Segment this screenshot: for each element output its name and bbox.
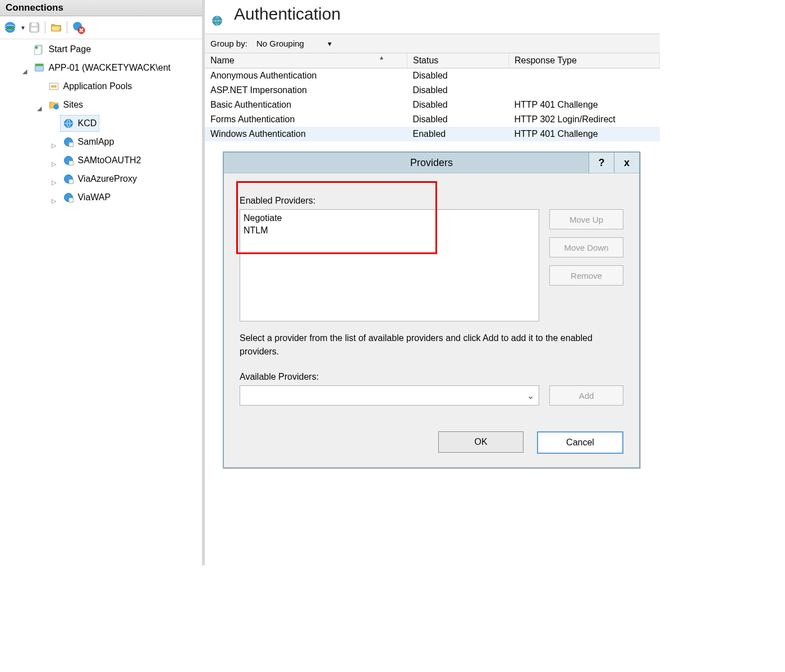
tree-site-samlapp[interactable]: SamlApp bbox=[61, 134, 116, 150]
sort-asc-icon: ▲ bbox=[379, 54, 384, 61]
group-by-label: Group by: bbox=[210, 39, 247, 48]
svg-rect-4 bbox=[31, 27, 37, 31]
svg-point-9 bbox=[35, 46, 38, 49]
tree-expander-icon bbox=[51, 119, 57, 134]
table-row[interactable]: Basic Authentication Disabled HTTP 401 C… bbox=[205, 98, 660, 112]
tree-server[interactable]: APP-01 (WACKETYWACK\ent bbox=[31, 60, 173, 76]
cancel-button[interactable]: Cancel bbox=[537, 431, 623, 454]
tree-expander-icon[interactable]: ▷ bbox=[51, 175, 57, 190]
svg-rect-24 bbox=[69, 198, 73, 202]
col-status[interactable]: Status bbox=[407, 53, 509, 68]
connections-tree[interactable]: Start Page ◢ APP-01 (WACKETYWACK\ent bbox=[0, 39, 202, 208]
tree-site-viawap[interactable]: ViaWAP bbox=[61, 190, 113, 205]
help-button[interactable]: ? bbox=[589, 153, 614, 173]
move-down-button[interactable]: Move Down bbox=[549, 237, 623, 257]
server-icon bbox=[34, 62, 45, 73]
authentication-icon bbox=[212, 8, 223, 20]
svg-rect-3 bbox=[31, 23, 36, 26]
tree-expander-icon[interactable]: ▷ bbox=[51, 194, 57, 208]
list-item[interactable]: NTLM bbox=[244, 224, 535, 237]
app-pools-icon bbox=[48, 81, 59, 92]
chevron-down-icon: ▼ bbox=[327, 40, 333, 47]
svg-rect-20 bbox=[69, 161, 73, 165]
tree-expander-icon[interactable]: ▷ bbox=[51, 138, 57, 153]
table-row[interactable]: Anonymous Authentication Disabled bbox=[205, 68, 660, 84]
remove-button[interactable]: Remove bbox=[549, 265, 623, 286]
move-up-button[interactable]: Move Up bbox=[549, 209, 623, 229]
tree-site-kcd[interactable]: KCD bbox=[61, 116, 99, 131]
instruction-text: Select a provider from the list of avail… bbox=[240, 332, 623, 358]
toolbar-separator bbox=[67, 21, 67, 34]
table-row[interactable]: Forms Authentication Disabled HTTP 302 L… bbox=[205, 112, 660, 127]
feature-pane: Authentication Group by: No Grouping ▼ N… bbox=[205, 0, 660, 565]
list-item[interactable]: Negotiate bbox=[244, 212, 535, 224]
providers-dialog: Providers ? x Enabled Providers: Negotia… bbox=[223, 151, 640, 468]
tree-expander-icon[interactable]: ◢ bbox=[21, 64, 28, 79]
tree-start-page[interactable]: Start Page bbox=[31, 42, 93, 57]
connect-dropdown-icon[interactable]: ▼ bbox=[20, 25, 26, 31]
group-by-dropdown[interactable]: No Grouping ▼ bbox=[253, 38, 336, 49]
col-response[interactable]: Response Type bbox=[509, 53, 660, 68]
dialog-titlebar[interactable]: Providers ? x bbox=[224, 153, 639, 173]
table-row[interactable]: Windows Authentication Enabled HTTP 401 … bbox=[205, 127, 660, 141]
toolbar-separator bbox=[45, 21, 45, 34]
start-page-icon bbox=[34, 44, 45, 55]
svg-point-14 bbox=[54, 85, 57, 88]
svg-point-15 bbox=[54, 104, 58, 109]
chevron-down-icon: ⌄ bbox=[527, 390, 534, 401]
available-providers-label: Available Providers: bbox=[240, 372, 623, 382]
connections-toolbar: ▼ bbox=[0, 16, 202, 39]
feature-header: Authentication bbox=[205, 0, 660, 34]
tree-site-samtooauth2[interactable]: SAMtoOAUTH2 bbox=[61, 153, 143, 168]
ok-button[interactable]: OK bbox=[438, 431, 524, 453]
connect-icon[interactable] bbox=[2, 20, 18, 35]
close-button[interactable]: x bbox=[614, 153, 639, 173]
add-button[interactable]: Add bbox=[549, 385, 623, 406]
remove-connection-icon[interactable] bbox=[71, 20, 86, 35]
page-title: Authentication bbox=[234, 4, 341, 24]
group-by-bar: Group by: No Grouping ▼ bbox=[205, 34, 660, 53]
svg-rect-22 bbox=[69, 179, 73, 184]
site-icon bbox=[63, 192, 74, 203]
tree-expander-icon bbox=[36, 82, 43, 97]
tree-app-pools[interactable]: Application Pools bbox=[46, 79, 134, 94]
tree-expander-icon[interactable]: ▷ bbox=[51, 157, 57, 171]
svg-point-13 bbox=[51, 85, 54, 88]
tree-expander-icon bbox=[21, 45, 28, 60]
col-name[interactable]: Name ▲ bbox=[205, 53, 407, 68]
site-icon bbox=[63, 173, 74, 185]
tree-sites[interactable]: Sites bbox=[46, 97, 85, 113]
sites-folder-icon bbox=[48, 99, 59, 111]
connections-title: Connections bbox=[0, 0, 202, 16]
authentication-grid: Name ▲ Status Response Type Anonymous Au… bbox=[205, 53, 660, 141]
site-icon bbox=[63, 136, 74, 148]
site-icon bbox=[63, 118, 74, 129]
site-icon bbox=[63, 155, 74, 166]
enabled-providers-list[interactable]: Negotiate NTLM bbox=[240, 209, 539, 321]
save-icon[interactable] bbox=[27, 20, 42, 35]
available-providers-combo[interactable]: ⌄ bbox=[240, 385, 539, 406]
svg-rect-11 bbox=[35, 64, 44, 66]
tree-expander-icon[interactable]: ◢ bbox=[36, 101, 43, 116]
dialog-title: Providers bbox=[224, 157, 639, 169]
tree-site-viaazureproxy[interactable]: ViaAzureProxy bbox=[61, 171, 139, 187]
svg-rect-10 bbox=[35, 66, 44, 71]
connections-pane: Connections ▼ bbox=[0, 0, 205, 565]
open-folder-icon[interactable] bbox=[49, 20, 63, 35]
table-row[interactable]: ASP.NET Impersonation Disabled bbox=[205, 83, 660, 98]
svg-rect-18 bbox=[69, 142, 73, 147]
enabled-providers-label: Enabled Providers: bbox=[240, 196, 623, 206]
